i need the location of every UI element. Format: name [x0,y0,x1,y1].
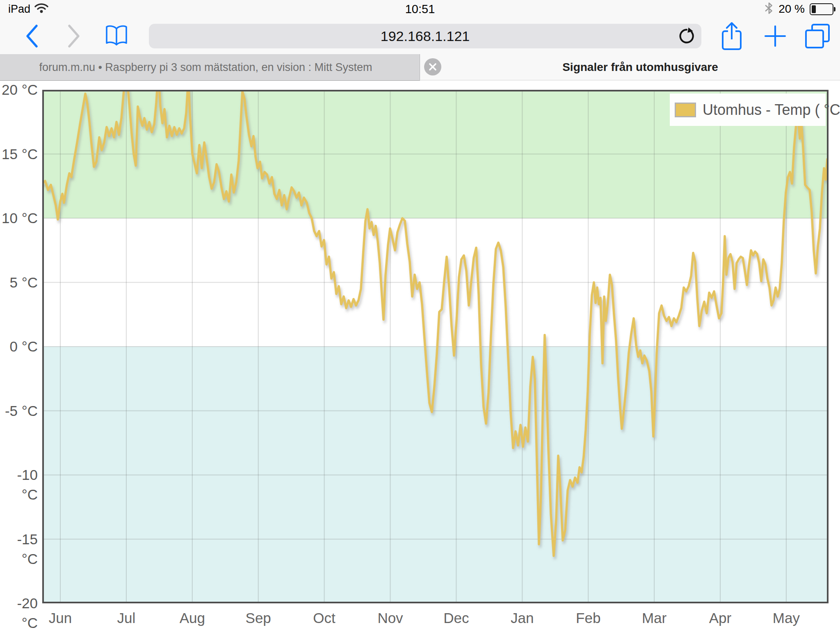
x-axis-label: Jun [32,608,89,628]
x-axis-label: Nov [362,608,419,628]
tab-title: Signaler från utomhusgivare [453,54,828,80]
chart-legend: Utomhus - Temp ( °C) [670,94,826,126]
tab-forum[interactable]: forum.m.nu • Raspberry pi 3 som mätstati… [0,54,420,81]
y-axis-label: 20 °C [0,80,38,100]
y-axis-label: -10 °C [0,465,38,485]
x-axis-label: May [758,608,815,628]
x-axis-label: Sep [230,608,287,628]
reload-button[interactable] [678,27,696,45]
tab-bar: forum.m.nu • Raspberry pi 3 som mätstati… [0,54,840,80]
status-bar: iPad 10:51 20 % [0,0,840,18]
tab-signaler[interactable]: Signaler från utomhusgivare [420,54,840,80]
y-axis-label: 15 °C [0,144,38,164]
y-axis-label: 5 °C [0,273,38,292]
new-tab-button[interactable] [762,18,788,54]
bookmarks-button[interactable] [103,18,130,54]
x-axis-label: Jan [493,608,551,628]
y-axis-label: -15 °C [0,530,38,549]
battery-icon [810,3,833,15]
address-bar[interactable]: 192.168.1.121 [149,24,701,48]
x-axis-label: Mar [625,608,683,628]
y-axis-label: 10 °C [0,208,38,228]
clock: 10:51 [0,0,840,18]
tabs-overview-button[interactable] [804,18,831,54]
temperature-chart [42,90,829,603]
tab-title: forum.m.nu • Raspberry pi 3 som mätstati… [25,54,387,80]
forward-button[interactable] [62,18,86,54]
x-axis-label: Dec [427,608,485,628]
battery-percent-label: 20 % [778,2,805,16]
x-axis-label: Aug [164,608,221,628]
legend-label: Utomhus - Temp ( °C) [703,101,840,119]
bluetooth-icon [765,2,774,16]
x-axis-label: Oct [296,608,353,628]
tab-bar-divider [0,80,840,80]
browser-toolbar: 192.168.1.121 [0,18,840,55]
url-text: 192.168.1.121 [149,24,701,48]
back-button[interactable] [20,18,44,54]
close-tab-icon[interactable] [424,58,441,75]
y-axis-label: 0 °C [0,337,38,356]
y-axis-label: -5 °C [0,401,38,421]
share-button[interactable] [719,18,745,54]
x-axis-label: Apr [692,608,749,628]
x-axis-label: Jul [98,608,155,628]
legend-swatch-utomhus [675,103,696,117]
x-axis-label: Feb [559,608,617,628]
